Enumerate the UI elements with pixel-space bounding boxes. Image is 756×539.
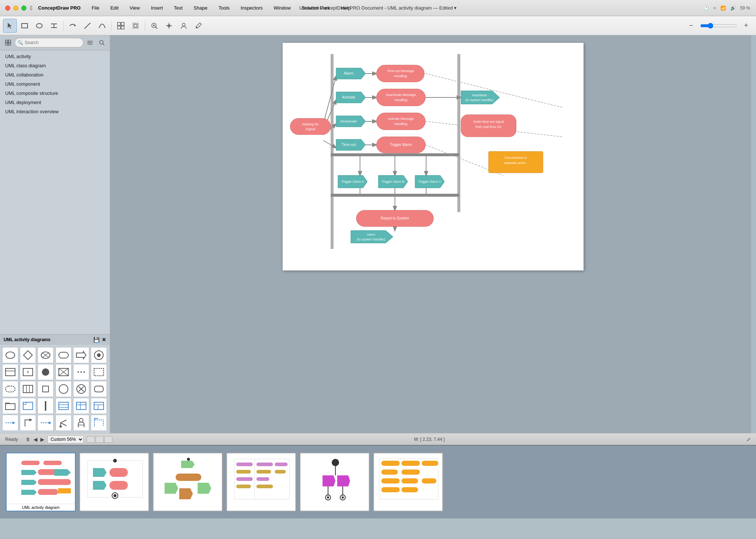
shape-x-circle[interactable] [73,381,89,397]
line-tool[interactable] [80,19,94,33]
svg-rect-10 [121,26,124,29]
rectangle-tool[interactable] [18,19,32,33]
view-btn-1[interactable] [87,436,95,443]
shape-rounded-small[interactable] [91,381,107,397]
shape-rounded-rect[interactable] [55,347,72,363]
shape-ellipse[interactable] [2,347,18,363]
prev-button[interactable]: ◀ [33,436,37,442]
status-controls: ⏸ ◀ ▶ Custom 56% 25% 50% 75% 100% 150% 2… [25,435,112,443]
view-btn-3[interactable] [104,436,112,443]
close-button[interactable] [5,6,10,11]
canvas-area[interactable]: Waiting for Signal Alarm Time-out Messag… [110,35,756,433]
shape-dashed-rect[interactable] [91,364,107,380]
shape-cross-rect[interactable] [55,364,72,380]
menu-view[interactable]: View [127,4,142,11]
thumbnail-1[interactable]: UML activity diagram [6,453,76,511]
ungroup-tool[interactable] [129,19,143,33]
connect-tool[interactable] [66,19,80,33]
zoom-in-area-tool[interactable] [147,19,161,33]
svg-rect-50 [6,386,15,392]
svg-point-173 [187,458,190,461]
shape-bar[interactable] [37,398,54,414]
menu-insert[interactable]: Insert [149,4,165,11]
shape-dashed-line-dot[interactable] [37,415,54,431]
menu-inspectors[interactable]: Inspectors [238,4,265,11]
menu-tools[interactable]: Tools [216,4,232,11]
group-tool[interactable] [114,19,128,33]
thumbnail-3[interactable] [153,453,223,511]
close-panel-icon[interactable]: ✕ [102,337,106,343]
shape-step-corner[interactable] [91,415,107,431]
app-name[interactable]: ConceptDraw PRO [36,4,83,11]
sidebar-list: UML activity UML class diagram UML colla… [0,50,110,334]
menu-shape[interactable]: Shape [191,4,210,11]
shape-swimlane-h[interactable] [91,398,107,414]
thumbnail-5[interactable] [300,453,370,511]
view-btn-2[interactable] [96,436,104,443]
play-button[interactable]: ▶ [40,436,44,442]
shape-diamond[interactable] [20,347,36,363]
shape-person[interactable] [73,415,89,431]
pause-button[interactable]: ⏸ [25,436,30,442]
window-title: Unsaved ConceptDraw PRO Document - UML a… [299,5,457,11]
save-panel-icon[interactable]: 💾 [93,337,100,343]
menu-window[interactable]: Window [271,4,293,11]
ellipse-tool[interactable] [32,19,46,33]
zoom-out-button[interactable]: − [684,19,698,33]
shape-fork[interactable] [55,415,72,431]
zoom-select[interactable]: Custom 56% 25% 50% 75% 100% 150% 200% [47,435,84,443]
sidebar-item-uml-composite[interactable]: UML composite structure [0,89,110,98]
maximize-button[interactable] [21,6,26,11]
separator-3 [145,21,145,31]
shape-dots-row[interactable] [73,364,89,380]
select-tool[interactable] [3,19,17,33]
thumbnail-6[interactable] [373,453,443,511]
search-toggle-button[interactable] [97,38,107,48]
menu-text[interactable]: Text [172,4,185,11]
shape-filled-circle[interactable] [37,364,54,380]
shape-folder[interactable] [2,398,18,414]
right-scrollbar[interactable] [751,35,756,433]
zoom-in-button[interactable]: + [739,19,753,33]
text-tool[interactable] [47,19,61,33]
expand-button[interactable]: ⤢ [746,436,751,442]
minimize-button[interactable] [13,6,18,11]
shape-table[interactable] [55,398,72,414]
thumbnail-4[interactable] [226,453,296,511]
svg-rect-147 [21,461,40,465]
search-input[interactable] [15,38,83,47]
grid-view-button[interactable] [3,38,13,48]
thumbnail-2[interactable] [79,453,149,511]
shape-circle-target[interactable] [91,347,107,363]
shape-small-rect[interactable] [37,381,54,397]
sidebar-item-uml-collaboration[interactable]: UML collaboration [0,70,110,79]
shape-swimlane[interactable] [73,398,89,414]
sidebar-item-uml-deployment[interactable]: UML deployment [0,98,110,107]
svg-point-77 [60,425,62,428]
svg-marker-160 [93,468,107,477]
shape-circle-outline[interactable] [55,381,72,397]
sidebar-item-uml-component[interactable]: UML component [0,79,110,89]
zoom-slider[interactable] [700,23,737,29]
pan-tool[interactable] [162,19,176,33]
eyedrop-tool[interactable] [191,19,205,33]
shape-rect-label[interactable] [2,364,18,380]
shape-dashed-rounded[interactable] [2,381,18,397]
curve-tool[interactable] [95,19,109,33]
sidebar-item-uml-class[interactable]: UML class diagram [0,61,110,70]
shape-panel-header[interactable]: UML activity diagrams 💾 ✕ [0,335,110,345]
menu-file[interactable]: File [89,4,101,11]
sidebar-item-uml-activity[interactable]: UML activity [0,52,110,61]
shape-arrow-right[interactable] [73,347,89,363]
sidebar-item-uml-interaction[interactable]: UML interaction overview [0,107,110,116]
menu-edit[interactable]: Edit [108,4,120,11]
shape-arrow-dashed[interactable] [2,415,18,431]
svg-rect-8 [121,22,124,25]
shape-rect-b[interactable]: B [20,364,36,380]
shape-rect-corner[interactable] [20,398,36,414]
shape-corner-arrow[interactable] [20,415,36,431]
list-view-button[interactable] [85,38,95,48]
shape-columns[interactable] [20,381,36,397]
shape-x-ellipse[interactable] [37,347,54,363]
user-tool[interactable] [177,19,191,33]
